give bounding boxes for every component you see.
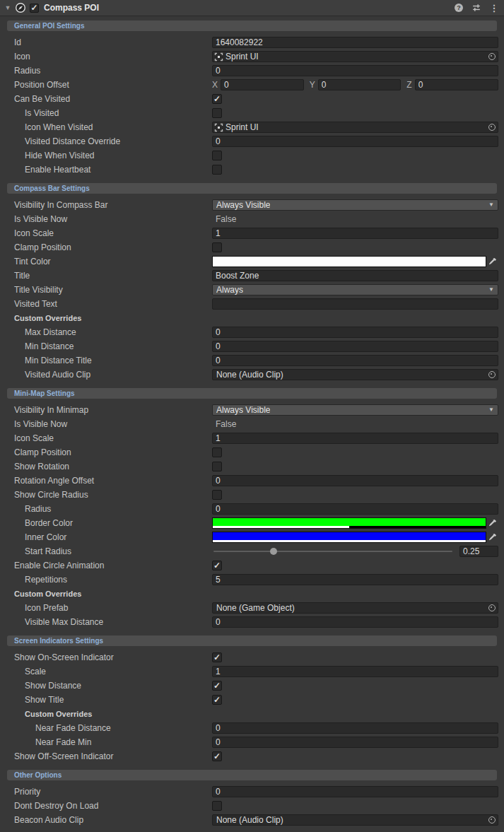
visible-max-distance-value-area: [212, 615, 498, 629]
beacon-audio-clip-label: Beacon Audio Clip: [0, 815, 212, 825]
radius-input[interactable]: [212, 65, 498, 76]
show-distance-checkbox[interactable]: ✓: [212, 681, 222, 691]
title-input[interactable]: [212, 270, 498, 281]
custom-overrides-value-area: [212, 311, 498, 325]
visibility-in-compass-bar-dropdown[interactable]: Always Visible▼: [212, 199, 498, 211]
min-distance-input[interactable]: [212, 341, 498, 352]
section-header-compass-bar-settings[interactable]: Compass Bar Settings: [7, 183, 497, 194]
visibility-in-minimap-value-area: Always Visible▼: [212, 403, 498, 417]
visited-audio-clip-label: Visited Audio Clip: [0, 370, 212, 380]
kebab-menu-icon[interactable]: ⋮: [488, 2, 500, 13]
scale-input[interactable]: [212, 666, 498, 677]
show-circle-radius-checkbox[interactable]: [212, 490, 222, 500]
object-picker-icon[interactable]: [486, 815, 498, 825]
hide-when-visited-checkbox[interactable]: [212, 151, 222, 160]
position-offset-z-input[interactable]: [415, 79, 498, 90]
radius-input[interactable]: [212, 503, 498, 515]
show-title-checkbox[interactable]: ✓: [212, 695, 222, 705]
property-row-title: Title: [0, 269, 504, 283]
section-title: General POI Settings: [14, 22, 84, 30]
near-fade-min-input[interactable]: [212, 737, 498, 748]
tint-color-label: Tint Color: [0, 257, 212, 266]
property-row-icon: IconSprint UI: [0, 49, 504, 64]
rotation-angle-offset-input[interactable]: [212, 475, 498, 486]
enable-circle-animation-label: Enable Circle Animation: [0, 561, 212, 570]
property-row-icon-scale: Icon Scale: [0, 431, 504, 445]
inner-color-label: Inner Color: [0, 532, 212, 542]
visited-text-input[interactable]: [212, 298, 498, 310]
show-rotation-checkbox[interactable]: [212, 462, 222, 471]
icon-object-field[interactable]: Sprint UI: [212, 51, 498, 62]
start-radius-slider-track[interactable]: [213, 551, 452, 552]
is-visited-checkbox[interactable]: [212, 108, 222, 118]
section-header-mini-map-settings[interactable]: Mini-Map Settings: [7, 388, 497, 399]
can-be-visited-checkbox[interactable]: ✓: [212, 94, 222, 104]
icon-scale-input[interactable]: [212, 228, 498, 239]
eyedropper-icon[interactable]: [487, 519, 498, 527]
clamp-position-checkbox[interactable]: [212, 447, 222, 457]
icon-prefab-object-field[interactable]: None (Game Object): [212, 602, 498, 614]
start-radius-input[interactable]: [459, 546, 498, 557]
axis-x-group: X: [212, 79, 304, 90]
foldout-arrow-icon[interactable]: ▼: [4, 4, 11, 11]
visibility-in-minimap-dropdown[interactable]: Always Visible▼: [212, 404, 498, 416]
title-value-area: [212, 269, 498, 283]
show-on-screen-indicator-label: Show On-Screen Indicator: [0, 652, 212, 662]
title-visibility-dropdown[interactable]: Always▼: [212, 284, 498, 295]
show-off-screen-indicator-checkbox[interactable]: ✓: [212, 751, 222, 761]
property-row-enable-heartbeat: Enable Heartbeat: [0, 163, 504, 177]
enable-heartbeat-checkbox[interactable]: [212, 165, 222, 175]
border-color-color-swatch[interactable]: [212, 517, 486, 529]
eyedropper-icon[interactable]: [487, 257, 498, 266]
axis-z-group: Z: [406, 79, 498, 90]
object-picker-icon[interactable]: [486, 52, 498, 61]
section-title: Other Options: [14, 771, 61, 779]
clamp-position-checkbox[interactable]: [212, 242, 222, 252]
object-picker-icon[interactable]: [486, 370, 498, 380]
icon-scale-value-area: [212, 431, 498, 445]
icon-value-area: Sprint UI: [212, 49, 498, 64]
show-on-screen-indicator-checkbox[interactable]: ✓: [212, 652, 222, 662]
repetitions-input[interactable]: [212, 574, 498, 585]
inner-color-color-swatch[interactable]: [212, 532, 486, 543]
position-offset-x-input[interactable]: [221, 79, 304, 90]
alpha-bar-filled: [213, 526, 349, 528]
presets-icon[interactable]: [471, 2, 482, 13]
max-distance-input[interactable]: [212, 327, 498, 338]
min-distance-title-input[interactable]: [212, 355, 498, 366]
section-header-general-poi-settings[interactable]: General POI Settings: [7, 20, 497, 31]
visible-max-distance-input[interactable]: [212, 616, 498, 628]
help-icon[interactable]: ?: [453, 2, 464, 13]
axis-z-label: Z: [406, 80, 411, 90]
eyedropper-icon[interactable]: [487, 533, 498, 541]
is-visible-now-value-area: False: [212, 212, 498, 226]
beacon-audio-clip-object-field[interactable]: None (Audio Clip): [212, 814, 498, 826]
id-input[interactable]: [212, 37, 498, 48]
component-enabled-checkbox[interactable]: ✓: [30, 4, 39, 13]
near-fade-min-value-area: [212, 735, 498, 749]
section-header-screen-indicators-settings[interactable]: Screen Indicators Settings: [7, 635, 497, 646]
dont-destroy-on-load-checkbox[interactable]: [212, 801, 222, 811]
visited-audio-clip-object-field[interactable]: None (Audio Clip): [212, 369, 498, 380]
priority-input[interactable]: [212, 786, 498, 797]
chevron-down-icon: ▼: [488, 407, 494, 413]
rotation-angle-offset-value-area: [212, 474, 498, 488]
icon-when-visited-object-field[interactable]: Sprint UI: [212, 122, 498, 133]
near-fade-distance-input[interactable]: [212, 722, 498, 734]
property-row-icon-scale: Icon Scale: [0, 226, 504, 240]
slider-handle[interactable]: [270, 548, 277, 555]
enable-circle-animation-checkbox[interactable]: ✓: [212, 561, 222, 570]
is-visible-now-readonly-text: False: [212, 214, 236, 224]
section-header-other-options[interactable]: Other Options: [7, 770, 497, 780]
position-offset-y-input[interactable]: [318, 79, 402, 90]
object-picker-icon[interactable]: [486, 603, 498, 613]
header-toolbar: ? ⋮: [453, 2, 500, 13]
title-label: Title: [0, 271, 212, 281]
icon-scale-value-area: [212, 226, 498, 240]
tint-color-color-swatch[interactable]: [212, 256, 486, 267]
visited-distance-override-input[interactable]: [212, 136, 498, 147]
object-picker-icon[interactable]: [486, 122, 498, 132]
property-row-enable-circle-animation: Enable Circle Animation✓: [0, 558, 504, 573]
icon-prefab-label: Icon Prefab: [0, 603, 212, 613]
icon-scale-input[interactable]: [212, 433, 498, 444]
